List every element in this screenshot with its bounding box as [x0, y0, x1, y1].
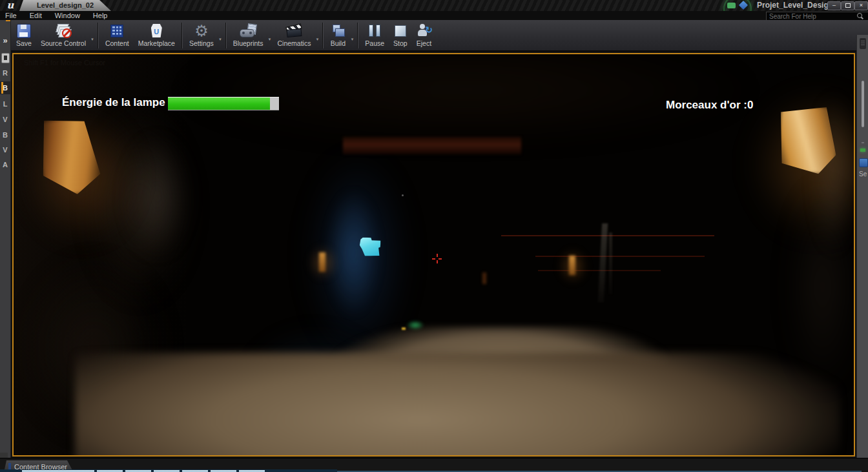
content-button[interactable]: Content — [101, 21, 134, 47]
blue-light-zone — [304, 148, 411, 364]
small-torch — [319, 252, 326, 272]
dirt-path-far — [331, 327, 670, 414]
collapsed-tab-r[interactable]: R — [0, 67, 10, 79]
gold-speck — [402, 327, 406, 330]
toolbar-separator — [225, 23, 227, 48]
clipped-search-label: Se — [859, 170, 867, 178]
panel-drag-handle[interactable] — [860, 38, 866, 49]
clapperboard-icon — [286, 24, 302, 37]
unreal-logo-icon: u — [3, 0, 17, 11]
rock-texture-left — [88, 109, 191, 303]
collapsed-panel-icon[interactable] — [1, 53, 10, 63]
cinematics-dropdown[interactable]: ▼ — [315, 37, 319, 41]
stalactite — [598, 223, 608, 302]
save-button[interactable]: Save — [12, 21, 36, 47]
cyan-lamp-pickup — [359, 236, 382, 257]
right-panel-strip: Se — [856, 35, 868, 458]
cave-wall-left — [12, 54, 188, 455]
stop-icon — [395, 25, 406, 37]
collapsed-tab-l[interactable]: L — [0, 97, 10, 110]
source-control-button[interactable]: Source Control — [36, 21, 90, 47]
faint-red-beam-line — [501, 235, 714, 236]
maximize-icon — [845, 3, 851, 8]
feedback-bubble-icon[interactable] — [727, 3, 736, 8]
dark-red-roof-beam — [343, 137, 521, 154]
lit-wood-beam-right — [776, 104, 839, 175]
game-viewport[interactable]: Shift F1 for Mouse Cursor Énergie de la … — [12, 53, 855, 457]
collapsed-tab-a[interactable]: A — [0, 158, 10, 171]
toolbar-separator — [357, 23, 358, 48]
title-bar: u Level_design_02 Projet_Level_Design – … — [0, 0, 868, 11]
marketplace-bag-icon: U — [151, 24, 162, 37]
crosshair — [432, 254, 442, 263]
torch-glow-right — [750, 90, 855, 238]
left-panel-strip: » R B L V B V A — [0, 20, 11, 458]
document-tab[interactable]: Level_design_02 — [19, 0, 111, 11]
torch-glow-left — [23, 109, 140, 245]
gear-icon: ⚙ — [194, 23, 209, 39]
hud-gold-counter: Morceaux d'or :0 — [666, 99, 753, 112]
pie-mouse-hint: Shift F1 for Mouse Cursor — [24, 59, 105, 67]
strip-selection-tick — [6, 20, 10, 21]
build-button[interactable]: Build — [326, 21, 350, 47]
collapsed-tab-b2[interactable]: B — [0, 128, 10, 141]
menu-window[interactable]: Window — [50, 11, 88, 20]
small-torch-glow — [308, 245, 338, 281]
pause-button[interactable]: Pause — [360, 21, 389, 47]
collapsed-panel-blue-icon[interactable] — [859, 158, 868, 167]
eject-button[interactable]: ↻ Eject — [412, 21, 436, 47]
content-browser-peek — [0, 469, 337, 472]
faint-red-beam-line — [535, 256, 705, 257]
blueprints-button[interactable]: Blueprints — [229, 21, 268, 47]
search-icon — [857, 13, 862, 18]
strip-tick — [862, 142, 864, 143]
build-dropdown[interactable]: ▼ — [350, 37, 354, 41]
green-glow-pickup — [406, 320, 424, 330]
build-icon — [330, 25, 346, 37]
collapsed-tab-v2[interactable]: V — [0, 143, 10, 156]
expand-panel-button[interactable]: » — [0, 36, 10, 45]
settings-dropdown[interactable]: ▼ — [218, 37, 222, 41]
maximize-button[interactable] — [841, 1, 854, 10]
minimize-button[interactable]: – — [827, 1, 841, 10]
eject-icon: ↻ — [417, 24, 431, 37]
collapsed-tab-v[interactable]: V — [0, 113, 10, 126]
faint-red-beam-line — [538, 270, 661, 271]
menu-file[interactable]: File — [0, 11, 25, 20]
floppy-disk-icon — [17, 24, 31, 38]
blueprints-icon — [240, 24, 257, 38]
blueprints-dropdown[interactable]: ▼ — [268, 37, 272, 41]
small-torch-glow — [558, 248, 588, 284]
toolbar: Save Source Control ▼ Content U Marketpl… — [0, 20, 868, 52]
unreal-editor-window: u Level_design_02 Projet_Level_Design – … — [0, 0, 868, 472]
cinematics-button[interactable]: Cinematics — [273, 21, 315, 47]
source-control-dropdown[interactable]: ▼ — [90, 37, 94, 41]
collapsed-tab-b-selected[interactable]: B — [0, 81, 10, 94]
pause-icon — [369, 25, 380, 37]
close-button[interactable]: × — [854, 1, 868, 10]
hud-energy-bar — [168, 97, 279, 110]
stop-button[interactable]: Stop — [389, 21, 412, 47]
green-indicator — [860, 149, 865, 152]
bottom-bar: Content Browser × — [0, 458, 868, 472]
rock-texture-right — [792, 180, 853, 393]
settings-button[interactable]: ⚙ Settings — [185, 21, 218, 47]
menu-help[interactable]: Help — [88, 11, 116, 20]
toolbar-separator — [322, 23, 324, 48]
ember-glow — [482, 272, 486, 284]
window-title: Projet_Level_Design — [757, 0, 828, 11]
toolbar-separator — [98, 23, 99, 48]
toolbar-separator — [181, 23, 183, 48]
small-torch — [569, 256, 575, 275]
menu-edit[interactable]: Edit — [25, 11, 50, 20]
water-reflection-dark — [198, 363, 317, 457]
energy-bar-fill — [168, 97, 270, 110]
dirt-path-near — [75, 353, 840, 457]
marketplace-button[interactable]: U Marketplace — [134, 21, 180, 47]
rock-texture-left-lower — [26, 261, 162, 435]
rock-texture-left-gray — [127, 135, 188, 258]
collapsed-scrollbar[interactable] — [862, 81, 864, 127]
hud-energy-label: Énergie de la lampe — [62, 96, 165, 109]
search-for-help-input[interactable] — [766, 12, 868, 21]
distant-speck — [402, 194, 404, 196]
